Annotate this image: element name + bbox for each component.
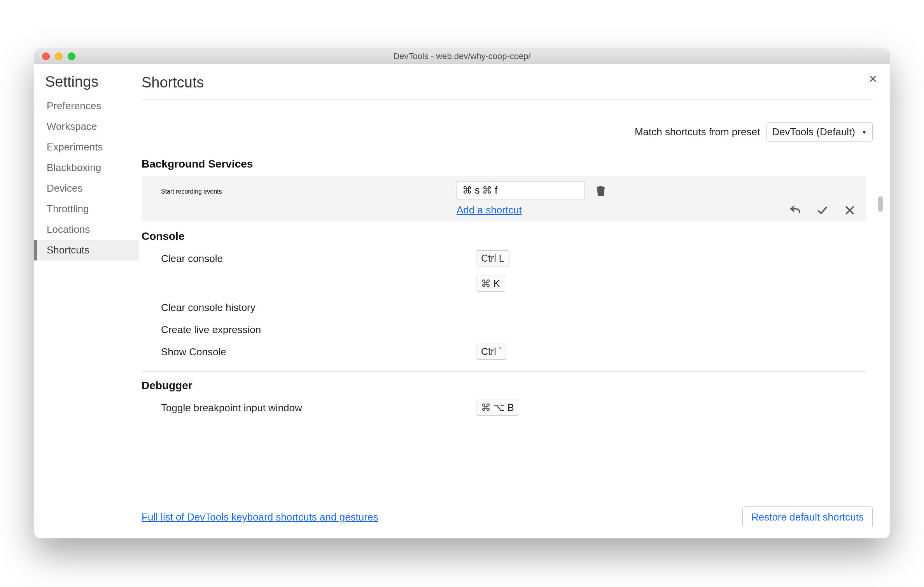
page-title: Shortcuts (142, 74, 874, 91)
section-console: Console (142, 225, 866, 246)
full-list-link[interactable]: Full list of DevTools keyboard shortcuts… (142, 511, 378, 523)
shortcut-row: Toggle breakpoint input window ⌘ ⌥ B (142, 396, 866, 419)
shortcuts-scroll[interactable]: Background Services Start recording even… (142, 153, 874, 497)
key-chip[interactable]: ⌘ ⌥ B (476, 400, 519, 416)
shortcut-label: Show Console (161, 344, 476, 358)
cancel-icon[interactable] (844, 204, 856, 216)
sidebar-item-workspace[interactable]: Workspace (34, 116, 139, 137)
close-icon[interactable]: ✕ (866, 73, 879, 85)
sidebar-item-shortcuts[interactable]: Shortcuts (34, 240, 139, 260)
section-background-services: Background Services (142, 153, 866, 174)
shortcut-row: Show Console Ctrl ` (142, 340, 866, 363)
shortcut-row: Clear console Ctrl L ⌘ K (142, 246, 866, 295)
section-divider (142, 371, 866, 372)
key-chip[interactable]: Ctrl L (476, 250, 509, 266)
sidebar-item-preferences[interactable]: Preferences (34, 96, 139, 116)
shortcut-label: Toggle breakpoint input window (161, 400, 476, 414)
shortcut-row: Create live expression (142, 318, 866, 340)
window-min-dot[interactable] (55, 52, 63, 60)
scrollbar-thumb[interactable] (878, 196, 883, 212)
main-pane: Shortcuts Match shortcuts from preset De… (139, 64, 890, 538)
sidebar-item-throttling[interactable]: Throttling (34, 199, 139, 219)
add-shortcut-link[interactable]: Add a shortcut (457, 204, 522, 216)
section-debugger: Debugger (142, 375, 866, 396)
app-window: DevTools - web.dev/why-coop-coep/ ✕ Sett… (34, 49, 890, 538)
shortcut-input[interactable] (457, 181, 585, 199)
window-title: DevTools - web.dev/why-coop-coep/ (34, 51, 890, 61)
sidebar-item-blackboxing[interactable]: Blackboxing (34, 157, 139, 178)
footer: Full list of DevTools keyboard shortcuts… (142, 497, 874, 529)
shortcut-label: Clear console history (161, 299, 476, 314)
shortcut-label: Create live expression (161, 321, 476, 336)
sidebar-title: Settings (34, 73, 139, 93)
settings-sidebar: Settings Preferences Workspace Experimen… (34, 64, 139, 538)
restore-defaults-button[interactable]: Restore default shortcuts (742, 506, 873, 528)
delete-shortcut-icon[interactable] (596, 185, 606, 196)
preset-value: DevTools (Default) (772, 126, 855, 138)
shortcut-label: Clear console (161, 250, 476, 265)
undo-icon[interactable] (789, 204, 801, 216)
preset-select[interactable]: DevTools (Default) (766, 122, 873, 142)
confirm-icon[interactable] (817, 204, 828, 216)
window-max-dot[interactable] (68, 52, 75, 60)
preset-label: Match shortcuts from preset (635, 126, 760, 138)
key-chip[interactable]: Ctrl ` (476, 344, 507, 360)
sidebar-item-devices[interactable]: Devices (34, 178, 139, 199)
window-close-dot[interactable] (42, 52, 50, 60)
titlebar: DevTools - web.dev/why-coop-coep/ (34, 49, 890, 64)
shortcut-edit-block: Start recording events Add a shortcut (142, 176, 866, 222)
key-chip[interactable]: ⌘ K (476, 276, 505, 292)
sidebar-item-locations[interactable]: Locations (34, 219, 139, 240)
shortcut-label-start-recording: Start recording events (161, 186, 457, 195)
sidebar-item-experiments[interactable]: Experiments (34, 137, 139, 157)
shortcut-row: Clear console history (142, 295, 866, 318)
